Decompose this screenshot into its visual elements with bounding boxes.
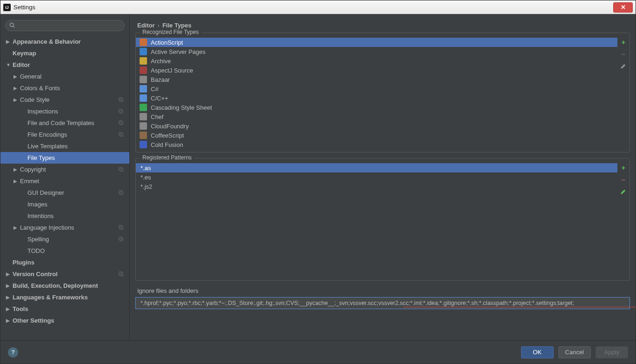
sidebar-item-version-control[interactable]: ▶Version Control [0,268,129,280]
file-type-row[interactable]: Active Server Pages [136,47,617,56]
sidebar-item-label: Language Injections [20,224,74,231]
scheme-icon [118,236,124,243]
sidebar-item-label: Version Control [13,271,58,278]
sidebar-item-colors-fonts[interactable]: ▶Colors & Fonts [0,82,129,94]
sidebar-item-todo[interactable]: TODO [0,245,129,257]
file-type-row[interactable]: CloudFoundry [136,121,617,131]
sidebar-item-label: Inspections [27,108,58,115]
pattern-row[interactable]: *.es [136,172,617,182]
sidebar-item-other-settings[interactable]: ▶Other Settings [0,315,129,326]
section-label: Recognized File Types [140,29,201,35]
file-type-row[interactable]: AspectJ Source [136,66,617,75]
ignore-files-input[interactable] [135,297,630,309]
apply-button[interactable]: Apply [596,346,628,358]
file-types-list[interactable]: ActionScriptActive Server PagesArchiveAs… [136,36,617,149]
svg-line-1 [13,26,14,27]
sidebar-item-live-templates[interactable]: Live Templates [0,140,129,152]
file-type-row[interactable]: Chef [136,112,617,121]
patterns-actions: + − [617,159,629,280]
file-type-label: C# [151,86,159,93]
file-type-row[interactable]: CoffeeScript [136,131,617,140]
sidebar-item-label: Copyright [20,166,46,173]
add-file-type-button[interactable]: + [619,38,628,46]
sidebar-item-spelling[interactable]: Spelling [0,233,129,245]
pattern-row[interactable]: *.as [136,163,617,172]
svg-rect-9 [120,133,123,136]
chevron-right-icon: ▶ [6,306,13,311]
sidebar-item-gui-designer[interactable]: GUI Designer [0,187,129,199]
file-type-row[interactable]: C# [136,84,617,93]
close-icon: ✕ [621,4,626,11]
remove-pattern-button[interactable]: − [619,175,628,184]
file-type-row[interactable]: Bazaar [136,75,617,84]
file-type-label: Cascading Style Sheet [151,104,212,111]
file-type-row[interactable]: C/C++ [136,93,617,103]
window-close-button[interactable]: ✕ [613,2,633,13]
search-icon [9,22,15,29]
remove-file-type-button[interactable]: − [619,50,628,58]
chevron-right-icon: ▶ [13,179,20,184]
sidebar-item-editor[interactable]: ▼Editor [0,59,129,71]
svg-rect-14 [119,225,122,228]
section-label: Registered Patterns [140,154,194,161]
sidebar-item-label: Colors & Fonts [20,85,60,92]
sidebar-item-file-and-code-templates[interactable]: File and Code Templates [0,117,129,129]
file-type-icon [140,104,147,111]
ok-button[interactable]: OK [521,346,554,358]
sidebar-item-file-encodings[interactable]: File Encodings [0,129,129,140]
file-type-icon [140,141,147,148]
sidebar-item-label: Images [27,201,47,208]
file-type-label: ActionScript [151,39,183,46]
svg-rect-6 [119,120,122,124]
titlebar: IJ Settings ✕ [0,0,636,14]
sidebar-item-label: Live Templates [27,143,67,150]
sidebar-item-emmet[interactable]: ▶Emmet [0,175,129,187]
sidebar-item-languages-frameworks[interactable]: ▶Languages & Frameworks [0,291,129,303]
chevron-right-icon: ▶ [6,318,13,323]
sidebar-item-images[interactable]: Images [0,199,129,210]
sidebar-item-label: Intentions [27,212,54,219]
sidebar-item-inspections[interactable]: Inspections [0,106,129,117]
pattern-row[interactable]: *.js2 [136,182,617,191]
sidebar-item-file-types[interactable]: File Types [0,152,129,164]
file-type-icon [140,66,147,74]
sidebar-item-copyright[interactable]: ▶Copyright [0,164,129,175]
dialog-footer: ? OK Cancel Apply [0,340,636,364]
scheme-icon [118,120,124,126]
sidebar-item-language-injections[interactable]: ▶Language Injections [0,222,129,233]
edit-file-type-button[interactable] [619,62,628,70]
sidebar-item-plugins[interactable]: Plugins [0,257,129,268]
file-type-row[interactable]: ActionScript [136,38,617,47]
sidebar-item-appearance-behavior[interactable]: ▶Appearance & Behavior [0,36,129,47]
scheme-icon [118,97,124,103]
svg-rect-17 [120,238,123,241]
settings-tree[interactable]: ▶Appearance & BehaviorKeymap▼Editor▶Gene… [0,34,129,340]
file-type-label: Cold Fusion [151,141,183,148]
help-button[interactable]: ? [8,347,18,357]
sidebar-item-tools[interactable]: ▶Tools [0,303,129,315]
add-pattern-button[interactable]: + [619,163,628,172]
file-type-row[interactable]: Archive [136,56,617,66]
sidebar-item-general[interactable]: ▶General [0,71,129,82]
sidebar-item-label: General [20,73,41,80]
main-panel: Editor›File Types Recognized File Types … [130,14,636,340]
edit-pattern-button[interactable] [619,187,628,196]
file-type-icon [140,76,147,83]
svg-rect-4 [119,109,122,112]
patterns-list[interactable]: *.as*.es*.js2 [136,161,617,278]
sidebar-item-code-style[interactable]: ▶Code Style [0,94,129,106]
sidebar-item-build-execution-deployment[interactable]: ▶Build, Execution, Deployment [0,280,129,291]
sidebar-item-keymap[interactable]: Keymap [0,47,129,59]
file-type-row[interactable]: Cold Fusion [136,140,617,149]
file-types-actions: + − [617,33,629,152]
file-type-icon [140,122,147,130]
ignore-files-label: Ignore files and folders [135,286,630,297]
file-type-row[interactable]: Cascading Style Sheet [136,103,617,112]
chevron-right-icon: ▶ [13,74,20,79]
search-input[interactable] [5,20,125,31]
sidebar-item-label: Editor [13,61,30,68]
svg-rect-13 [120,191,123,194]
cancel-button[interactable]: Cancel [558,346,591,358]
breadcrumb: Editor›File Types [135,20,630,33]
sidebar-item-intentions[interactable]: Intentions [0,210,129,222]
